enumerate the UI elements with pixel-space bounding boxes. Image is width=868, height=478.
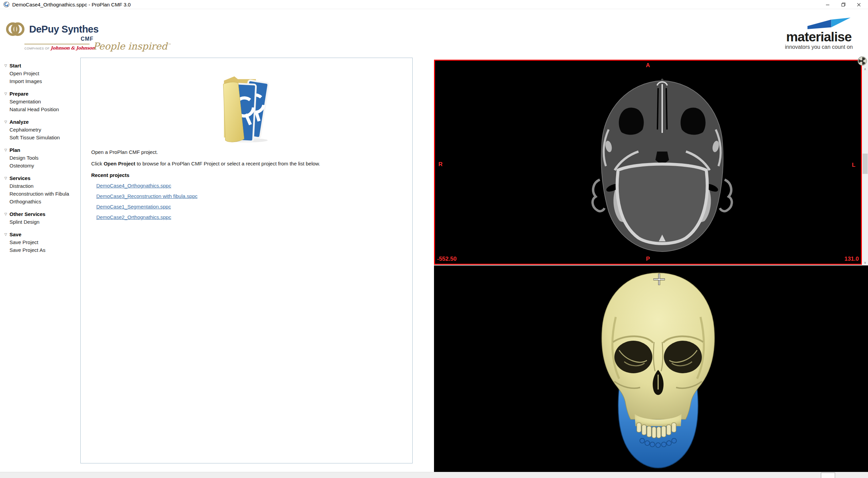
collapse-triangle-icon: ▽ <box>4 174 9 182</box>
sidebar-section-analyze: ▽ Analyze Cephalometry Soft Tissue Simul… <box>0 118 80 141</box>
sidebar-section-start: ▽ Start Open Project Import Images <box>0 62 80 85</box>
sidebar-header-plan[interactable]: ▽ Plan <box>0 146 80 154</box>
sidebar-section-services: ▽ Services Distraction Reconstruction wi… <box>0 174 80 205</box>
slice-scrollbar[interactable]: ∧ ∨ <box>862 60 868 266</box>
sidebar-section-save: ▽ Save Save Project Save Project As <box>0 231 80 254</box>
collapse-triangle-icon: ▽ <box>4 146 9 154</box>
project-folder-icon <box>218 72 272 143</box>
sidebar-item-orthognathics[interactable]: Orthognathics <box>0 198 80 205</box>
sidebar-item-distraction[interactable]: Distraction <box>0 182 80 190</box>
depuy-division-text: CMF <box>81 36 94 42</box>
materialise-tagline-text: innovators you can count on <box>785 44 853 50</box>
sidebar-header-analyze[interactable]: ▽ Analyze <box>0 118 80 126</box>
materialise-flag-icon <box>805 18 852 30</box>
crosshair-cursor-icon <box>653 274 665 285</box>
companies-of-text: COMPANIES OF <box>24 47 50 50</box>
sidebar-item-segmentation[interactable]: Segmentation <box>0 98 80 105</box>
orientation-label-anterior: A <box>646 62 650 69</box>
close-icon <box>857 3 861 7</box>
title-bar: DemoCase4_Orthognathics.sppc - ProPlan C… <box>0 0 868 9</box>
ct-axial-view[interactable]: A R L P -552.50 131.0 <box>434 60 862 265</box>
app-icon <box>3 1 9 7</box>
status-bar <box>0 472 868 478</box>
status-box <box>821 473 835 478</box>
slice-position-value: -552.50 <box>437 256 457 262</box>
minimize-button[interactable] <box>820 0 835 9</box>
depuy-synthes-logo: DePuy Synthes CMF COMPANIES OF Johnson &… <box>5 20 99 39</box>
3d-skull-view[interactable] <box>434 265 868 472</box>
minimize-icon <box>826 3 830 7</box>
recent-project-link-1[interactable]: DemoCase4_Orthognathics.sppc <box>96 182 171 190</box>
collapse-triangle-icon: ▽ <box>4 62 9 69</box>
window-title: DemoCase4_Orthognathics.sppc - ProPlan C… <box>12 2 131 7</box>
sidebar-section-prepare: ▽ Prepare Segmentation Natural Head Posi… <box>0 90 80 113</box>
restore-button[interactable] <box>835 0 851 9</box>
materialise-brand-text: materialise <box>785 31 853 43</box>
collapse-triangle-icon: ▽ <box>4 210 9 218</box>
depuy-tagline-text: People inspired <box>93 41 167 52</box>
sidebar-header-prepare[interactable]: ▽ Prepare <box>0 90 80 98</box>
collapse-triangle-icon: ▽ <box>4 118 9 126</box>
scroll-up-arrow[interactable]: ∧ <box>862 66 868 72</box>
instruction-text: Click Open Project to browse for a ProPl… <box>91 160 403 167</box>
sidebar-item-open-project[interactable]: Open Project <box>0 69 80 77</box>
orientation-label-left: L <box>852 162 855 168</box>
orientation-label-right: R <box>438 161 442 168</box>
trademark-symbol: ™ <box>167 43 171 47</box>
sidebar-item-import-images[interactable]: Import Images <box>0 77 80 85</box>
radiation-trefoil-icon <box>857 56 867 66</box>
johnson-and-johnson-text: Johnson & Johnson <box>51 45 95 51</box>
radiation-tool-button[interactable] <box>857 56 867 66</box>
sidebar-item-cephalometry[interactable]: Cephalometry <box>0 126 80 134</box>
window-controls <box>820 0 867 9</box>
sidebar-header-save[interactable]: ▽ Save <box>0 231 80 238</box>
scroll-down-arrow[interactable]: ∨ <box>862 260 868 265</box>
sidebar-header-other-services[interactable]: ▽ Other Services <box>0 210 80 218</box>
slice-number-value: 131.0 <box>844 256 859 262</box>
sidebar-section-other-services: ▽ Other Services Splint Design <box>0 210 80 226</box>
recent-projects-list: DemoCase4_Orthognathics.sppc DemoCase3_R… <box>91 182 403 221</box>
depuy-gold-rule <box>24 44 90 44</box>
main-instructions: Open a ProPlan CMF project. Click Open P… <box>91 148 403 221</box>
sidebar-item-save-project[interactable]: Save Project <box>0 238 80 246</box>
sidebar-header-services[interactable]: ▽ Services <box>0 174 80 182</box>
3d-skull-render <box>592 270 724 472</box>
sidebar-item-osteotomy[interactable]: Osteotomy <box>0 162 80 170</box>
close-button[interactable] <box>851 0 867 9</box>
recent-project-link-3[interactable]: DemoCase1_Segmentation.sppc <box>96 203 171 211</box>
recent-project-link-2[interactable]: DemoCase3_Reconstruction with fibula.spp… <box>96 192 197 200</box>
collapse-triangle-icon: ▽ <box>4 231 9 238</box>
depuy-brand-text: DePuy Synthes <box>29 24 99 35</box>
main-panel: Open a ProPlan CMF project. Click Open P… <box>80 58 413 463</box>
sidebar-item-natural-head-position[interactable]: Natural Head Position <box>0 105 80 113</box>
sidebar-item-design-tools[interactable]: Design Tools <box>0 154 80 162</box>
sidebar-item-reconstruction-with-fibula[interactable]: Reconstruction with Fibula <box>0 190 80 198</box>
sidebar-header-start[interactable]: ▽ Start <box>0 62 80 69</box>
orientation-label-posterior: P <box>646 256 650 262</box>
materialise-logo: materialise innovators you can count on <box>785 18 853 50</box>
sidebar-item-save-project-as[interactable]: Save Project As <box>0 246 80 254</box>
sidebar-item-soft-tissue-simulation[interactable]: Soft Tissue Simulation <box>0 134 80 141</box>
recent-project-link-4[interactable]: DemoCase2_Orthognathics.sppc <box>96 213 171 221</box>
intro-text: Open a ProPlan CMF project. <box>91 148 403 156</box>
open-project-bold: Open Project <box>104 161 135 166</box>
restore-icon <box>841 2 846 7</box>
scrollbar-thumb[interactable] <box>863 154 868 174</box>
depuy-logo-mark-icon <box>5 20 25 39</box>
sidebar-item-splint-design[interactable]: Splint Design <box>0 218 80 226</box>
recent-projects-heading: Recent projects <box>91 171 403 179</box>
sidebar-navigation: ▽ Start Open Project Import Images ▽ Pre… <box>0 62 80 259</box>
collapse-triangle-icon: ▽ <box>4 90 9 98</box>
sidebar-section-plan: ▽ Plan Design Tools Osteotomy <box>0 146 80 170</box>
ct-axial-slice-image <box>588 79 737 253</box>
